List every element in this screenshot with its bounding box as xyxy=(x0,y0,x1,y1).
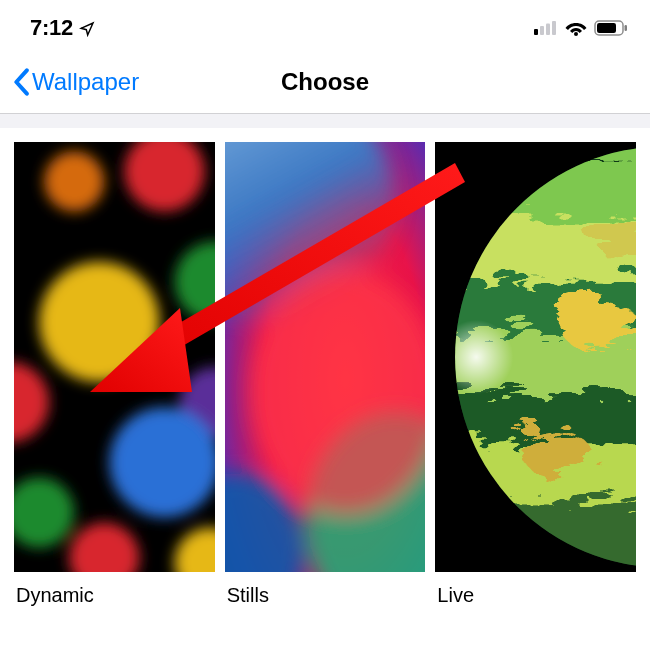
svg-point-12 xyxy=(39,262,159,382)
content: Dynamic xyxy=(0,114,650,635)
category-label: Stills xyxy=(225,572,426,635)
svg-point-10 xyxy=(44,151,104,211)
svg-rect-0 xyxy=(534,29,538,35)
category-stills[interactable]: Stills xyxy=(225,142,426,635)
status-right xyxy=(534,20,628,36)
svg-rect-6 xyxy=(597,23,616,33)
svg-rect-7 xyxy=(625,25,628,31)
live-thumbnail xyxy=(435,142,636,572)
cell-signal-icon xyxy=(534,21,558,35)
chevron-left-icon xyxy=(12,68,30,96)
status-bar: 7:12 xyxy=(0,0,650,50)
svg-point-4 xyxy=(574,32,578,36)
battery-icon xyxy=(594,20,628,36)
svg-rect-1 xyxy=(540,26,544,35)
dynamic-thumbnail xyxy=(14,142,215,572)
back-button[interactable]: Wallpaper xyxy=(0,68,139,96)
category-label: Live xyxy=(435,572,636,635)
svg-point-15 xyxy=(109,407,214,517)
status-left: 7:12 xyxy=(30,15,95,41)
wallpaper-category-grid: Dynamic xyxy=(0,128,650,635)
nav-bar: Wallpaper Choose xyxy=(0,50,650,114)
page-title: Choose xyxy=(281,68,369,96)
category-label: Dynamic xyxy=(14,572,215,635)
wifi-icon xyxy=(565,20,587,36)
stills-thumbnail xyxy=(225,142,426,572)
location-icon xyxy=(79,21,95,37)
back-label: Wallpaper xyxy=(32,68,139,96)
svg-rect-2 xyxy=(546,24,550,36)
category-live[interactable]: Live xyxy=(435,142,636,635)
category-dynamic[interactable]: Dynamic xyxy=(14,142,215,635)
svg-rect-3 xyxy=(552,21,556,35)
status-time: 7:12 xyxy=(30,15,73,41)
